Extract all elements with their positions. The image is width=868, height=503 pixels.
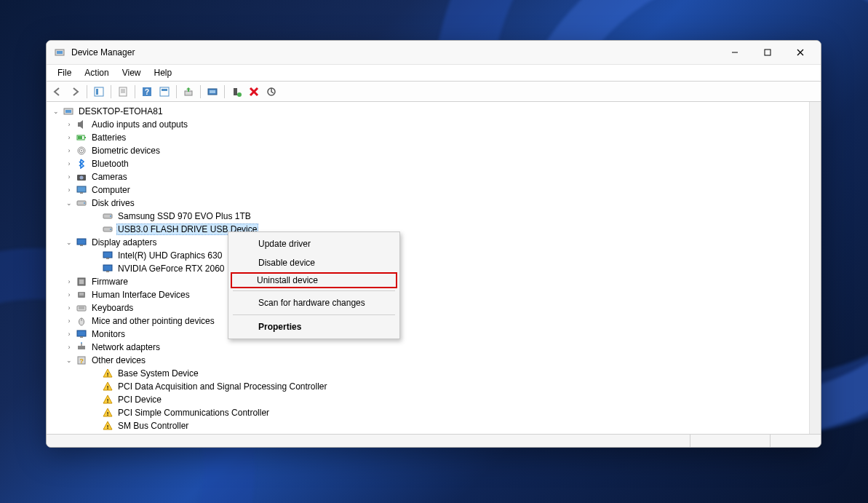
mouse-icon	[76, 315, 87, 327]
tree-label: Biometric devices	[90, 146, 162, 156]
menu-action[interactable]: Action	[78, 66, 115, 80]
firmware-icon	[76, 276, 87, 288]
chevron-down-icon[interactable]: ⌄	[64, 198, 74, 208]
tree-node-battery[interactable]: ›Batteries	[51, 131, 809, 144]
svg-rect-25	[65, 110, 71, 113]
status-bar	[47, 434, 821, 447]
svg-text:!: !	[107, 384, 109, 391]
chevron-right-icon[interactable]: ›	[64, 119, 74, 130]
context-disable-device[interactable]: Disable device	[231, 253, 397, 272]
tree-label: Network adapters	[90, 342, 162, 352]
disable-device-button[interactable]	[263, 84, 279, 100]
tree-node-bluetooth[interactable]: ›Bluetooth	[51, 157, 809, 170]
svg-rect-36	[80, 192, 83, 194]
tree-node-disk[interactable]: ⌄Disk drives	[51, 197, 809, 210]
tree-node-display[interactable]: ›Intel(R) UHD Graphics 630	[51, 249, 809, 262]
tree-node-disk[interactable]: ›USB3.0 FLASH DRIVE USB Device	[51, 223, 809, 236]
menu-help[interactable]: Help	[148, 66, 179, 80]
context-uninstall-device[interactable]: Uninstall device	[231, 272, 397, 288]
content-area: ⌄DESKTOP-ETOHA81›Audio inputs and output…	[47, 102, 821, 434]
chevron-right-icon[interactable]: ›	[64, 172, 74, 182]
chevron-right-icon[interactable]: ›	[64, 316, 74, 326]
tree-label: Human Interface Devices	[90, 290, 191, 300]
chevron-right-icon[interactable]: ›	[64, 303, 74, 313]
tree-node-warn[interactable]: ›!Base System Device	[51, 367, 809, 380]
tree-node-audio[interactable]: ›Audio inputs and outputs	[51, 118, 809, 131]
tree-node-warn[interactable]: ›!SM Bus Controller	[51, 419, 809, 432]
context-scan-hardware[interactable]: Scan for hardware changes	[231, 293, 397, 312]
properties-button[interactable]	[115, 84, 131, 100]
show-hide-console-tree-button[interactable]	[91, 84, 107, 100]
uninstall-device-button[interactable]	[246, 84, 262, 100]
chevron-right-icon[interactable]: ›	[64, 290, 74, 300]
forward-button[interactable]	[67, 84, 83, 100]
chevron-down-icon[interactable]: ⌄	[64, 355, 74, 365]
tree-node-computer[interactable]: ›Computer	[51, 183, 809, 197]
tree-node-other[interactable]: ⌄?Other devices	[51, 354, 809, 367]
chevron-right-icon[interactable]: ›	[64, 146, 74, 156]
root-icon	[63, 106, 74, 117]
vertical-scrollbar[interactable]	[809, 102, 821, 434]
tree-label: Keyboards	[90, 303, 135, 313]
tree-node-keyboard[interactable]: ›Keyboards	[51, 301, 809, 314]
svg-rect-43	[77, 239, 86, 245]
computer-icon	[76, 184, 87, 196]
tree-node-firmware[interactable]: ›Firmware	[51, 275, 809, 288]
tree-node-warn[interactable]: ›!PCI Device	[51, 393, 809, 406]
chevron-down-icon[interactable]: ⌄	[64, 237, 74, 247]
tree-label: Batteries	[90, 132, 127, 143]
chevron-right-icon[interactable]: ›	[64, 132, 74, 143]
context-menu: Update driver Disable device Uninstall d…	[228, 231, 400, 339]
tree-label: Computer	[90, 185, 132, 195]
svg-point-40	[110, 215, 111, 217]
back-button[interactable]	[49, 84, 65, 100]
chevron-right-icon[interactable]: ›	[64, 159, 74, 169]
chevron-right-icon[interactable]: ›	[64, 342, 74, 352]
tree-label: NVIDIA GeForce RTX 2060	[116, 264, 226, 274]
tree-node-disk[interactable]: ›Samsung SSD 970 EVO Plus 1TB	[51, 210, 809, 223]
svg-rect-7	[96, 89, 98, 95]
tree-node-display[interactable]: ⌄Display adapters	[51, 236, 809, 249]
enable-device-button[interactable]	[228, 84, 244, 100]
help-button[interactable]: ?	[139, 84, 155, 100]
tree-node-camera[interactable]: ›Cameras	[51, 170, 809, 183]
tree-node-warn[interactable]: ›!PCI Simple Communications Controller	[51, 406, 809, 419]
context-update-driver[interactable]: Update driver	[231, 234, 397, 253]
action-center-button[interactable]	[156, 84, 172, 100]
window-title: Device Manager	[71, 47, 135, 58]
tree-node-biometric[interactable]: ›Biometric devices	[51, 144, 809, 157]
tree-label: Samsung SSD 970 EVO Plus 1TB	[116, 211, 252, 221]
disk-icon	[102, 210, 114, 222]
update-driver-button[interactable]	[180, 84, 196, 100]
other-icon: ?	[76, 355, 87, 366]
scan-hardware-button[interactable]	[204, 84, 220, 100]
context-properties[interactable]: Properties	[231, 317, 397, 336]
minimize-button[interactable]	[718, 41, 751, 63]
chevron-right-icon[interactable]: ›	[64, 277, 74, 287]
tree-node-root[interactable]: ⌄DESKTOP-ETOHA81	[51, 105, 809, 118]
tree-node-display[interactable]: ›NVIDIA GeForce RTX 2060	[51, 262, 809, 275]
context-separator	[233, 314, 395, 315]
tree-node-mouse[interactable]: ›Mice and other pointing devices	[51, 314, 809, 328]
chevron-right-icon[interactable]: ›	[64, 185, 74, 195]
svg-rect-8	[119, 87, 127, 96]
warn-icon: !	[102, 407, 114, 419]
tree-node-monitor[interactable]: ›Monitors	[51, 328, 809, 341]
svg-rect-47	[103, 265, 112, 271]
svg-rect-35	[77, 186, 86, 192]
menu-view[interactable]: View	[116, 66, 148, 80]
chevron-down-icon[interactable]: ⌄	[51, 106, 61, 116]
svg-text:!: !	[107, 397, 109, 404]
svg-rect-59	[77, 330, 86, 336]
menu-file[interactable]: File	[51, 66, 78, 80]
svg-point-34	[80, 176, 84, 180]
close-button[interactable]	[784, 41, 816, 63]
tree-label: Base System Device	[116, 368, 200, 379]
svg-rect-45	[103, 252, 112, 258]
chevron-right-icon[interactable]: ›	[64, 329, 74, 339]
maximize-button[interactable]	[751, 41, 784, 63]
tree-node-hid[interactable]: ›Human Interface Devices	[51, 288, 809, 301]
device-tree[interactable]: ⌄DESKTOP-ETOHA81›Audio inputs and output…	[47, 102, 809, 434]
tree-node-network[interactable]: ›Network adapters	[51, 341, 809, 354]
tree-node-warn[interactable]: ›!PCI Data Acquisition and Signal Proces…	[51, 380, 809, 393]
